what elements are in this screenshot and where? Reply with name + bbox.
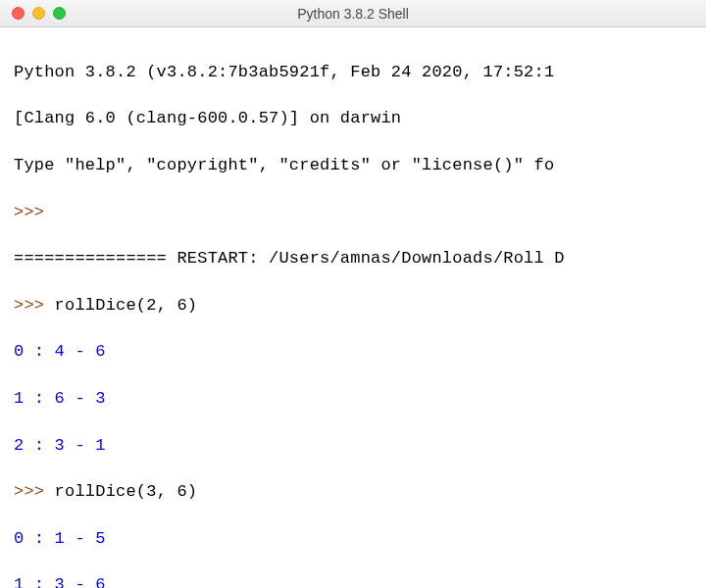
banner-line: [Clang 6.0 (clang-600.0.57)] on darwin	[14, 107, 692, 130]
output-line: 2 : 3 - 1	[14, 434, 692, 458]
banner-line: Type "help", "copyright", "credits" or "…	[14, 154, 692, 177]
input-text: rollDice(2, 6)	[44, 296, 197, 315]
prompt: >>>	[14, 296, 44, 315]
output-line: 1 : 6 - 3	[14, 387, 692, 411]
prompt-line: >>>	[14, 201, 692, 224]
window-title: Python 3.8.2 Shell	[297, 6, 409, 22]
restart-line: =============== RESTART: /Users/amnas/Do…	[14, 247, 692, 270]
banner-line: Python 3.8.2 (v3.8.2:7b3ab5921f, Feb 24 …	[14, 61, 692, 84]
maximize-icon[interactable]	[53, 7, 66, 20]
prompt: >>>	[14, 482, 44, 501]
minimize-icon[interactable]	[32, 7, 45, 20]
terminal-area[interactable]: Python 3.8.2 (v3.8.2:7b3ab5921f, Feb 24 …	[0, 27, 706, 588]
input-line: >>> rollDice(2, 6)	[14, 294, 692, 318]
output-line: 0 : 1 - 5	[14, 527, 692, 551]
input-line: >>> rollDice(3, 6)	[14, 480, 692, 504]
input-text: rollDice(3, 6)	[44, 482, 197, 501]
close-icon[interactable]	[12, 7, 25, 20]
window-titlebar: Python 3.8.2 Shell	[0, 0, 706, 27]
traffic-lights	[12, 7, 66, 20]
output-line: 0 : 4 - 6	[14, 340, 692, 364]
output-line: 1 : 3 - 6	[14, 573, 692, 588]
prompt: >>>	[14, 203, 44, 221]
